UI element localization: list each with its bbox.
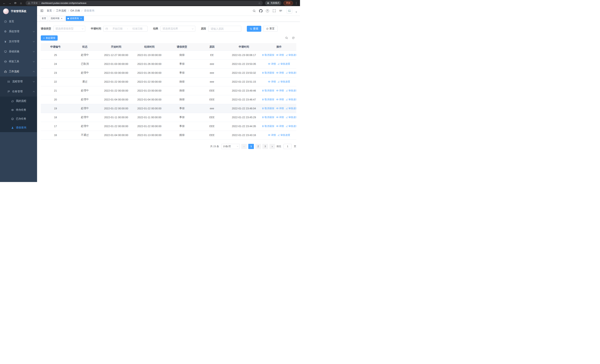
sidebar-item-leave-query[interactable]: 请假查询 (0, 123, 37, 132)
action-label: 审批进度 (280, 80, 290, 84)
cell-end-time: 2022-01-26 00:00:00 (133, 68, 166, 77)
next-page-button[interactable]: › (269, 144, 275, 149)
security-warning-label[interactable]: 不安全 (31, 1, 38, 5)
action-detail-link[interactable]: 详情 (276, 116, 284, 119)
incognito-label: 无痕模式 (271, 1, 280, 5)
close-icon[interactable]: × (60, 17, 63, 20)
action-progress-link[interactable]: 审批进度 (286, 125, 296, 128)
toggle-search-icon[interactable] (285, 37, 288, 39)
sidebar-item-task-mgmt[interactable]: 任务管理 (0, 86, 37, 97)
action-progress-link[interactable]: 审批进度 (286, 107, 296, 110)
back-icon[interactable]: ← (2, 1, 7, 6)
action-progress-link[interactable]: 审批进度 (286, 89, 296, 92)
table-row: 20处理中2022-01-04 00:00:002022-01-04 00:00… (41, 95, 296, 104)
action-progress-link[interactable]: 审批进度 (278, 80, 290, 84)
action-detail-link[interactable]: 详情 (268, 62, 276, 65)
avatar-caret-icon[interactable] (296, 12, 297, 13)
breadcrumb-item-home[interactable]: 首页 (47, 9, 52, 12)
fullscreen-icon[interactable] (272, 9, 276, 13)
result-select[interactable]: 请选择流结果 (160, 26, 195, 32)
action-cancel-link[interactable]: 取消请假 (262, 116, 274, 119)
refresh-icon[interactable]: ⟳ (13, 1, 18, 6)
action-detail-link[interactable]: 详情 (276, 107, 284, 110)
browser-menu-icon[interactable]: ⋮ (294, 1, 298, 5)
help-icon[interactable]: ? (265, 9, 269, 13)
apply-time-range-picker[interactable]: 开始日期 - 结束日期 (103, 26, 148, 32)
action-detail-link[interactable]: 详情 (268, 80, 276, 84)
leave-type-select[interactable]: 请选择请假类型 (53, 26, 85, 32)
action-cancel-link[interactable]: 取消请假 (262, 107, 274, 110)
github-icon[interactable] (259, 9, 262, 13)
sidebar-item-home[interactable]: 首页 (0, 17, 37, 27)
tab-process-detail[interactable]: 流程详情 × (49, 16, 65, 21)
cell-start-time: 2022-01-22 00:00:00 (100, 104, 133, 113)
action-label: 取消请假 (265, 125, 274, 128)
cell-end-time: 2022-01-22 00:00:00 (133, 104, 166, 113)
action-progress-link[interactable]: 审批进度 (286, 53, 296, 57)
page-button-2[interactable]: 2 (255, 144, 261, 149)
sidebar-item-infra[interactable]: 基础设施 (0, 47, 37, 56)
action-label: 取消请假 (265, 71, 274, 75)
font-size-icon[interactable]: TT (279, 9, 282, 13)
goto-page-input[interactable] (283, 144, 292, 149)
search-button[interactable]: 搜索 (247, 26, 261, 32)
page-size-select[interactable]: 10条/页 (221, 144, 240, 149)
action-cancel-link[interactable]: 取消请假 (262, 89, 274, 92)
tab-label: 请假查询 (70, 17, 79, 20)
reset-button[interactable]: 重置 (263, 26, 278, 32)
action-label: 审批进度 (289, 98, 296, 101)
sidebar-item-done-tasks[interactable]: 已办任务 (0, 114, 37, 123)
action-progress-link[interactable]: 审批进度 (286, 71, 296, 75)
sidebar-item-workflow[interactable]: 工作流程 (0, 66, 37, 76)
sidebar-item-system[interactable]: ⚙ 系统管理 (0, 27, 37, 37)
address-bar[interactable]: 不安全 dashboard.yudao.iocoder.cn/bpm/oa/le… (26, 1, 263, 5)
action-label: 取消请假 (265, 53, 274, 57)
cell-status: 处理中 (70, 95, 100, 104)
action-progress-link[interactable]: 审批进度 (278, 133, 290, 137)
bookmark-star-icon[interactable]: ☆ (258, 2, 261, 5)
sidebar-item-process-mgmt[interactable]: 流程管理 (0, 76, 37, 86)
reason-input[interactable] (208, 26, 241, 32)
action-cancel-link[interactable]: 取消请假 (262, 71, 274, 75)
cell-reason: eee (198, 59, 226, 68)
action-progress-link[interactable]: 审批进度 (278, 62, 290, 65)
collapse-sidebar-icon[interactable] (40, 9, 44, 13)
close-icon[interactable]: × (80, 17, 82, 20)
home-icon[interactable]: ⌂ (19, 1, 23, 6)
action-detail-link[interactable]: 详情 (276, 53, 284, 57)
sidebar-item-payment[interactable]: ¥ 支付管理 (0, 37, 37, 47)
cell-status: 处理中 (70, 51, 100, 59)
create-leave-button[interactable]: + 发起请假 (41, 35, 58, 41)
action-cancel-link[interactable]: 取消请假 (262, 53, 274, 57)
sidebar-item-my-process[interactable]: 我的流程 (0, 97, 37, 105)
search-icon[interactable] (252, 9, 256, 13)
action-detail-link[interactable]: 详情 (276, 71, 284, 75)
cell-status: 处理中 (70, 122, 100, 131)
url-text[interactable]: dashboard.yudao.iocoder.cn/bpm/oa/leave (41, 2, 258, 4)
action-progress-link[interactable]: 审批进度 (286, 116, 296, 119)
flag-icon (7, 90, 10, 93)
page-button-1[interactable]: 1 (248, 144, 254, 149)
action-detail-link[interactable]: 详情 (276, 98, 284, 101)
user-avatar[interactable] (287, 8, 292, 14)
sidebar-item-devtools[interactable]: 研发工具 (0, 56, 37, 66)
breadcrumb-item-workflow[interactable]: 工作流程 (56, 9, 66, 12)
table-body: 25处理中2021-12-27 00:00:002022-01-19 00:00… (41, 51, 296, 140)
page-button-3[interactable]: 3 (262, 144, 268, 149)
cell-reason: EEE (198, 122, 226, 131)
tab-home[interactable]: 首页 (40, 16, 48, 21)
action-detail-link[interactable]: 详情 (276, 125, 284, 128)
cell-apply-time: 2022-01-22 23:53:35 (226, 59, 262, 68)
prev-page-button[interactable]: ‹ (241, 144, 247, 149)
breadcrumb-item-oa[interactable]: OA 示例 (70, 9, 80, 12)
tab-leave-query[interactable]: 请假查询 × (66, 16, 84, 21)
sidebar-item-todo-tasks[interactable]: 待办任务 (0, 105, 37, 114)
update-button[interactable]: 更新 (283, 1, 293, 5)
refresh-table-icon[interactable] (292, 37, 295, 39)
action-cancel-link[interactable]: 取消请假 (262, 98, 274, 101)
action-progress-link[interactable]: 审批进度 (286, 98, 296, 101)
forward-icon[interactable]: → (7, 1, 12, 6)
action-detail-link[interactable]: 详情 (276, 89, 284, 92)
action-cancel-link[interactable]: 取消请假 (262, 125, 274, 128)
action-detail-link[interactable]: 详情 (268, 133, 276, 137)
